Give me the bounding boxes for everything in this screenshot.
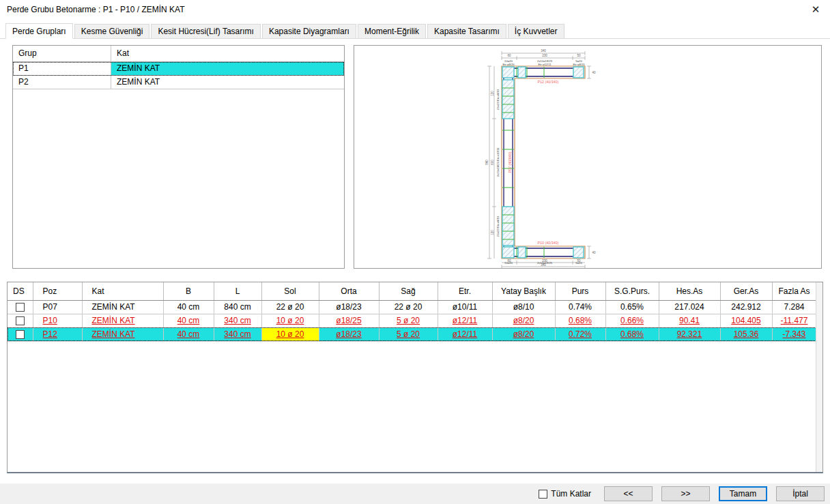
poz-labels: P12 (40/340) P07 (40/840) P10 (40/340) — [508, 80, 559, 245]
column-header-grup: Grup — [13, 46, 111, 61]
results-cell-fazla: 7.284 — [772, 300, 816, 314]
svg-text:40: 40 — [592, 71, 596, 74]
results-column-header: B — [163, 282, 214, 300]
row-checkbox[interactable] — [16, 316, 25, 325]
column-header-kat: Kat — [111, 46, 344, 61]
group-row-p2[interactable]: P2ZEMİN KAT — [13, 76, 344, 89]
results-cell-yatay: ø8/20 — [492, 314, 555, 327]
results-cell-yatay: ø8/10 — [492, 300, 555, 314]
tab-kapasite-tasarimi[interactable]: Kapasite Tasarımı — [427, 24, 506, 38]
results-cell-sag: 22 ø 20 — [379, 300, 438, 314]
prev-button[interactable]: << — [604, 486, 653, 501]
svg-text:840: 840 — [485, 160, 489, 165]
results-cell-fazla: -7.343 — [772, 327, 816, 341]
results-cell-b: 40 cm — [163, 327, 214, 341]
results-header-row: DSPozKatBLSolOrtaSağEtr.Yatay BaşlıkPurs… — [8, 282, 816, 300]
svg-text:600: 600 — [491, 160, 494, 165]
tab-moment-egrilik[interactable]: Moment-Eğrilik — [358, 24, 426, 38]
dialog-title: Perde Grubu Betonarme : P1 - P10 / ZEMİN… — [7, 5, 185, 14]
results-column-header: Poz — [33, 282, 82, 300]
results-cell-ger: 105.36 — [720, 327, 772, 341]
next-button[interactable]: >> — [661, 486, 710, 501]
results-cell-sol: 10 ø 20 — [261, 327, 319, 341]
results-row-p07[interactable]: P07ZEMİN KAT40 cm840 cm22 ø 20ø18/2322 ø… — [8, 300, 816, 314]
row-checkbox[interactable] — [16, 330, 25, 339]
results-column-header: Fazla As — [772, 282, 816, 300]
results-cell-poz: P12 — [33, 327, 82, 341]
results-cell-sgpurs: 0.65% — [605, 300, 659, 314]
results-column-header: Yatay Başlık — [492, 282, 555, 300]
svg-text:230: 230 — [542, 54, 547, 57]
results-cell-hes: 217.024 — [659, 300, 720, 314]
results-column-header: Etr. — [438, 282, 492, 300]
titlebar: Perde Grubu Betonarme : P1 - P10 / ZEMİN… — [0, 0, 830, 19]
tab-bar: Perde GruplarıKesme GüvenliğiKesit Hücre… — [0, 23, 830, 39]
results-cell-sag: 5 ø 20 — [379, 314, 438, 327]
all-floors-checkbox[interactable] — [539, 490, 547, 499]
svg-text:60: 60 — [507, 54, 511, 57]
rebar-outline — [504, 68, 583, 256]
results-cell-poz: P07 — [33, 300, 82, 314]
results-cell-etr: ø10/11 — [438, 300, 492, 314]
results-column-header: S.G.Purs. — [605, 282, 659, 300]
results-row-p10[interactable]: P10ZEMİN KAT40 cm340 cm10 ø 20ø18/255 ø … — [8, 314, 816, 327]
results-cell-kat: ZEMİN KAT — [82, 327, 163, 341]
results-cell-purs: 0.68% — [555, 314, 605, 327]
svg-text:5ø20: 5ø20 — [575, 261, 582, 265]
svg-text:10ø20: 10ø20 — [504, 261, 513, 265]
results-cell-purs: 0.74% — [555, 300, 605, 314]
results-cell-b: 40 cm — [163, 300, 214, 314]
results-cell-hes: 92.321 — [659, 327, 720, 341]
results-cell-purs: 0.72% — [555, 327, 605, 341]
group-cell-grup: P2 — [13, 76, 111, 89]
svg-text:22ø20 Etr:ø8/10: 22ø20 Etr:ø8/10 — [496, 89, 500, 110]
ok-button[interactable]: Tamam — [719, 486, 767, 501]
results-cell-ds — [8, 300, 33, 314]
group-cell-kat: ZEMİN KAT — [111, 76, 344, 89]
results-cell-l: 840 cm — [214, 300, 261, 314]
results-cell-l: 340 cm — [214, 314, 261, 327]
results-cell-kat: ZEMİN KAT — [82, 314, 163, 327]
results-cell-orta: ø18/23 — [319, 300, 379, 314]
svg-text:120: 120 — [491, 91, 494, 96]
tab-perde-gruplari[interactable]: Perde Grupları — [5, 23, 73, 39]
results-scrollbar[interactable] — [816, 282, 822, 472]
tab-kesme-guvenligi[interactable]: Kesme Güvenliği — [74, 24, 150, 38]
close-icon[interactable]: ✕ — [808, 3, 823, 16]
results-column-header: Sağ — [379, 282, 438, 300]
results-cell-etr: ø12/11 — [438, 327, 492, 341]
results-cell-sgpurs: 0.68% — [605, 327, 659, 341]
section-drawing-panel: 340 60 230 50 340 60 230 50 840 120 600 … — [354, 45, 822, 269]
tab-kapasite-diyagramlari[interactable]: Kapasite Diyagramları — [262, 24, 356, 38]
svg-text:Etr:ø8/20: Etr:ø8/20 — [573, 63, 585, 66]
results-cell-orta: ø18/23 — [319, 327, 379, 341]
svg-text:340: 340 — [541, 49, 546, 53]
results-cell-l: 340 cm — [214, 327, 261, 341]
svg-text:P07 (40/840): P07 (40/840) — [508, 151, 512, 173]
results-cell-b: 40 cm — [163, 314, 214, 327]
results-row-p12[interactable]: P12ZEMİN KAT40 cm340 cm10 ø 20ø18/235 ø … — [8, 327, 816, 341]
results-cell-sol: 22 ø 20 — [261, 300, 319, 314]
svg-text:Etr:ø8/20: Etr:ø8/20 — [502, 63, 515, 66]
tab-ic-kuvvetler[interactable]: İç Kuvvetler — [508, 24, 564, 38]
svg-text:22ø20 Etr:ø8/10: 22ø20 Etr:ø8/10 — [496, 216, 500, 237]
svg-text:P12 (40/340): P12 (40/340) — [537, 80, 558, 84]
all-floors-label: Tüm Katlar — [551, 489, 591, 499]
results-cell-yatay: ø8/20 — [492, 327, 555, 341]
results-cell-fazla: -11.477 — [772, 314, 816, 327]
group-row-p1[interactable]: P1ZEMİN KAT — [13, 62, 344, 76]
all-floors-checkbox-group[interactable]: Tüm Katlar — [539, 489, 591, 499]
results-cell-ger: 104.405 — [720, 314, 772, 327]
results-column-header: Kat — [82, 282, 163, 300]
results-column-header: L — [214, 282, 261, 300]
tab-kesit-hucresi-tasarimi[interactable]: Kesit Hücresi(Lif) Tasarımı — [151, 24, 260, 38]
footer-bar: Tüm Katlar <<>>Tamamİptal — [0, 484, 830, 504]
cancel-button[interactable]: İptal — [776, 486, 825, 501]
svg-text:120: 120 — [491, 230, 494, 235]
results-column-header: Sol — [261, 282, 319, 300]
row-checkbox[interactable] — [16, 303, 25, 312]
results-column-header: DS — [8, 282, 33, 300]
results-cell-ds — [8, 327, 33, 341]
results-column-header: Ger.As — [720, 282, 772, 300]
svg-text:50: 50 — [577, 54, 581, 57]
